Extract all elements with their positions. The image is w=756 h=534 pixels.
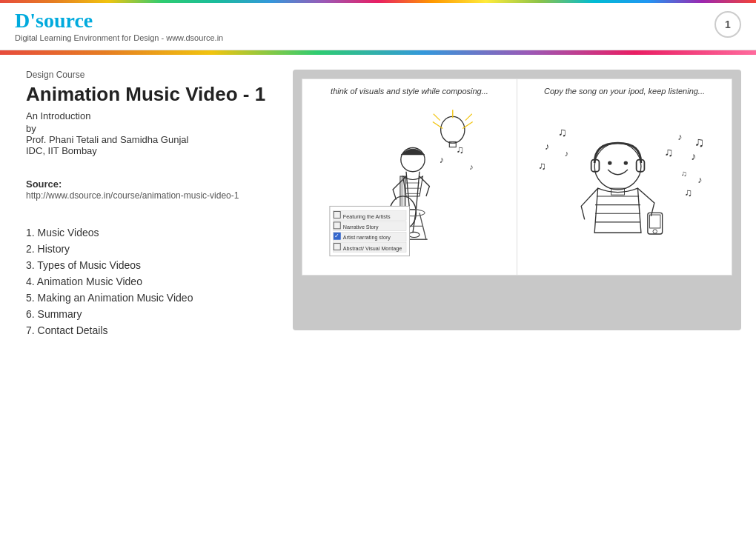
course-by: by	[26, 123, 271, 134]
gray-strip-bottom	[302, 284, 732, 321]
svg-line-18	[413, 210, 416, 233]
page-number-badge: 1	[714, 11, 741, 38]
svg-text:Abstract/ Visual Montage: Abstract/ Visual Montage	[343, 246, 402, 252]
svg-text:♪: ♪	[565, 149, 568, 158]
rainbow-bar-top	[0, 0, 756, 3]
svg-text:♫: ♫	[681, 169, 687, 178]
course-institution: IDC, IIT Bombay	[26, 145, 271, 156]
svg-point-43	[594, 143, 641, 190]
course-author: Prof. Phani Tetali and Samidha Gunjal	[26, 134, 271, 145]
course-label: Design Course	[26, 70, 271, 80]
svg-point-54	[653, 230, 657, 233]
source-section: Source: http://www.dsource.in/course/ani…	[26, 178, 271, 202]
svg-text:♫: ♫	[664, 145, 673, 158]
svg-point-20	[409, 232, 420, 237]
course-title: Animation Music Video - 1	[26, 83, 271, 106]
svg-text:Narrative Story: Narrative Story	[343, 224, 379, 230]
svg-text:♫: ♫	[558, 125, 567, 138]
course-intro: An Introduction	[26, 110, 271, 121]
svg-point-44	[608, 161, 611, 164]
nav-item-7[interactable]: 7. Contact Details	[26, 322, 271, 338]
svg-point-45	[624, 161, 628, 164]
nav-item-5[interactable]: 5. Making an Animation Music Video	[26, 290, 271, 306]
navigation-list: 1. Music Videos2. History3. Types of Mus…	[26, 224, 271, 338]
logo-text: D'source	[15, 9, 223, 33]
svg-text:♪: ♪	[469, 162, 473, 171]
nav-item-6[interactable]: 6. Summary	[26, 306, 271, 322]
svg-text:♫: ♫	[694, 135, 704, 150]
svg-text:♪: ♪	[440, 155, 444, 165]
right-panel-svg: ♫ ♪ ♪ ♫ ♫ ♪ ♫ ♪ ♫ ♫ ♪	[525, 101, 724, 264]
left-panel-caption: think of visuals and style while composi…	[310, 87, 509, 96]
svg-text:♪: ♪	[691, 150, 696, 162]
source-label: Source:	[26, 178, 271, 190]
svg-text:♪: ♪	[677, 132, 682, 142]
svg-line-5	[434, 114, 440, 121]
logo[interactable]: D'source Digital Learning Environment fo…	[15, 9, 223, 42]
image-container: think of visuals and style while composi…	[293, 70, 741, 330]
source-url[interactable]: http://www.dsource.in/course/animation-m…	[26, 190, 271, 202]
nav-item-3[interactable]: 3. Types of Music Videos	[26, 257, 271, 273]
svg-point-0	[441, 116, 465, 143]
nav-item-1[interactable]: 1. Music Videos	[26, 224, 271, 241]
logo-subtitle: Digital Learning Environment for Design …	[15, 33, 223, 42]
right-panel-caption: Copy the song on your ipod, keep listeni…	[525, 87, 724, 96]
left-panel: think of visuals and style while composi…	[302, 79, 517, 276]
nav-item-4[interactable]: 4. Animation Music Video	[26, 273, 271, 290]
svg-text:Featuring the Artists: Featuring the Artists	[343, 214, 391, 220]
svg-rect-53	[650, 215, 660, 228]
svg-text:♫: ♫	[684, 187, 692, 198]
nav-item-2[interactable]: 2. History	[26, 241, 271, 257]
svg-text:♪: ♪	[545, 141, 549, 152]
svg-text:♪: ♪	[697, 175, 702, 185]
svg-text:♫: ♫	[538, 160, 546, 172]
left-panel-svg: ♪ ♫ ♪ Featuring the Artists Narrative St…	[310, 101, 509, 264]
sidebar: Design Course Animation Music Video - 1 …	[26, 70, 271, 338]
main-content: Design Course Animation Music Video - 1 …	[0, 55, 756, 353]
right-panel: Copy the song on your ipod, keep listeni…	[517, 79, 732, 276]
svg-text:Artist narrating story: Artist narrating story	[343, 235, 391, 241]
header: D'source Digital Learning Environment fo…	[0, 0, 756, 50]
content-area: think of visuals and style while composi…	[293, 70, 741, 338]
svg-text:✓: ✓	[334, 233, 339, 239]
svg-line-6	[465, 114, 472, 121]
illustration-wrapper: think of visuals and style while composi…	[302, 79, 732, 276]
svg-text:♫: ♫	[456, 144, 464, 156]
